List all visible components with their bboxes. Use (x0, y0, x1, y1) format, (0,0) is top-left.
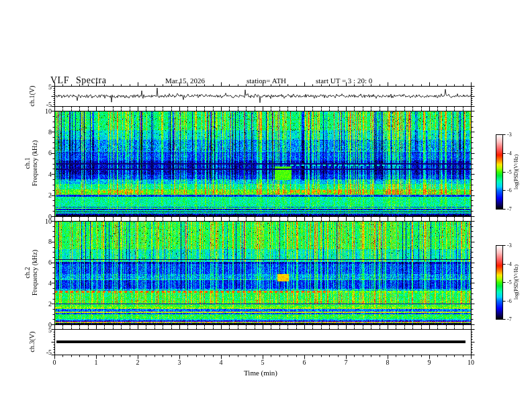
x-tick-label: 2 (131, 359, 144, 366)
x-tick-label: 6 (298, 359, 311, 366)
x-tick-label: 7 (339, 359, 353, 366)
station-label: station= ATH (247, 77, 286, 85)
ch3v-y-tick-label: 5 (36, 326, 52, 334)
time-axis-label: Time (min) (244, 369, 277, 377)
vlf-spectra-figure: VLF Spectra Mar.15, 2026 station= ATH st… (0, 0, 532, 411)
x-tick-label: 10 (464, 359, 478, 366)
spec2-axis-label-line2: Frequency (kHz) (31, 250, 38, 295)
x-tick-label: 0 (48, 359, 61, 366)
x-tick-label: 5 (256, 359, 269, 366)
ch3v-axis-label: ch.3(V) (28, 332, 36, 353)
spec2-y-tick-label: 8 (36, 238, 52, 245)
figure-canvas (0, 0, 532, 411)
colorbar2-tick-label: -5 (507, 279, 512, 285)
spec1-y-tick-label: 6 (36, 149, 52, 156)
colorbar1-tick-label: -7 (507, 206, 512, 212)
colorbar2-tick-label: -3 (507, 242, 512, 248)
spec2-y-tick-label: 6 (36, 259, 52, 266)
ch1v-axis-label: ch.1(V) (28, 86, 36, 107)
spec1-y-tick-label: 10 (36, 107, 52, 115)
spec1-y-tick-label: 4 (36, 171, 52, 178)
x-tick-label: 8 (381, 359, 394, 366)
colorbar2-label: log(PSD)(V²/Hz) (513, 265, 519, 300)
colorbar1-label: log(PSD)(V²/Hz) (513, 154, 519, 189)
figure-title: VLF Spectra (50, 75, 106, 86)
colorbar2-tick-label: -6 (507, 298, 512, 304)
colorbar1-tick-label: -4 (507, 150, 512, 156)
ch3v-y-tick-label: -5 (36, 349, 52, 356)
x-tick-label: 9 (423, 359, 436, 366)
colorbar2-tick-label: -7 (507, 316, 512, 322)
start-ut-label: start UT = 3 : 20: 0 (316, 77, 372, 85)
colorbar2-tick-label: -4 (507, 261, 512, 267)
spec1-y-tick-label: 8 (36, 128, 52, 136)
spec2-y-tick-label: 2 (36, 300, 52, 308)
spec2-y-tick-label: 10 (36, 218, 52, 225)
spec1-axis-label-line1: ch.1 (24, 140, 31, 186)
spec1-axis-label: ch.1 Frequency (kHz) (24, 140, 38, 186)
x-tick-label: 4 (214, 359, 228, 366)
ch1v-y-tick-label: 5 (36, 83, 52, 91)
spec1-axis-label-line2: Frequency (kHz) (31, 140, 38, 186)
x-tick-label: 1 (89, 359, 103, 366)
colorbar1-tick-label: -3 (507, 132, 512, 138)
date-label: Mar.15, 2026 (165, 77, 205, 85)
colorbar1-tick-label: -6 (507, 187, 512, 193)
colorbar1-tick-label: -5 (507, 169, 512, 175)
spec2-y-tick-label: 4 (36, 279, 52, 287)
spec2-axis-label: ch.2 Frequency (kHz) (24, 250, 38, 295)
x-tick-label: 3 (173, 359, 186, 366)
spec1-y-tick-label: 2 (36, 191, 52, 199)
spec2-axis-label-line1: ch.2 (24, 250, 31, 295)
